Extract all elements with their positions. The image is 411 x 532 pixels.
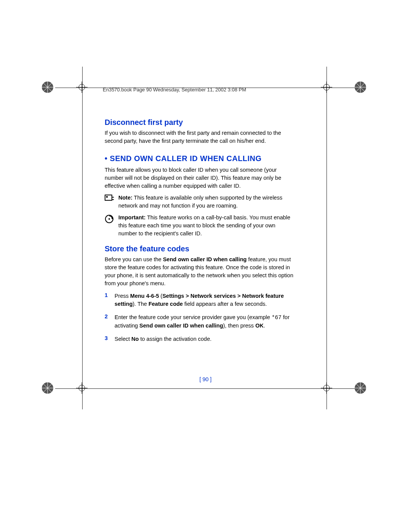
note-body: This feature is available only when supp… (118, 195, 282, 209)
crosshair-icon (321, 81, 332, 93)
svg-point-38 (108, 218, 110, 220)
svg-rect-32 (105, 195, 112, 200)
step-item: 3 Select No to assign the activation cod… (105, 335, 295, 343)
steps-list: 1 Press Menu 4-6-5 (Settings > Network s… (105, 292, 295, 343)
step-number: 2 (105, 313, 115, 330)
crop-mark-icon (41, 382, 54, 395)
important-text: Important: This feature works on a call-… (118, 214, 295, 238)
important-label: Important: (118, 214, 146, 220)
text-fragment: Before you can use the (105, 256, 163, 262)
text-fragment: Enter the feature code your service prov… (115, 314, 272, 320)
text-fragment: ), then press (223, 323, 255, 329)
text-fragment-bold: No (131, 336, 139, 342)
text-fragment-bold: Menu 4-6-5 (130, 293, 159, 299)
step-item: 1 Press Menu 4-6-5 (Settings > Network s… (105, 292, 295, 308)
page-header-text: En3570.book Page 90 Wednesday, September… (103, 87, 246, 93)
text-fragment: Press (115, 293, 130, 299)
section-heading-store-feature-codes: Store the feature codes (105, 244, 295, 253)
svg-rect-35 (106, 196, 108, 198)
body-paragraph: Before you can use the Send own caller I… (105, 256, 295, 288)
crosshair-icon (76, 81, 88, 93)
body-paragraph: This feature allows you to block caller … (105, 166, 295, 190)
text-fragment: to assign the activation code. (139, 336, 212, 342)
important-block: Important: This feature works on a call-… (105, 214, 295, 238)
crop-line-left (82, 67, 83, 409)
step-text: Select No to assign the activation code. (115, 335, 212, 343)
step-text: Press Menu 4-6-5 (Settings > Network ser… (115, 292, 295, 308)
text-fragment: field appears after a few seconds. (183, 301, 267, 307)
text-fragment-bold: Feature code (148, 301, 183, 307)
text-fragment: ). The (133, 301, 149, 307)
text-fragment: . (264, 323, 265, 329)
section-heading-send-own-caller-id: • SEND OWN CALLER ID WHEN CALLING (105, 154, 295, 163)
crosshair-icon (76, 382, 88, 394)
text-fragment-bold: Send own caller ID when calling (139, 323, 223, 329)
step-item: 2 Enter the feature code your service pr… (105, 313, 295, 330)
crop-line-bottom (55, 388, 356, 389)
section-heading-disconnect: Disconnect first party (105, 118, 295, 127)
text-fragment: ( (159, 293, 162, 299)
body-paragraph: If you wish to disconnect with the first… (105, 129, 295, 145)
page-number: [ 90 ] (0, 376, 411, 382)
step-text: Enter the feature code your service prov… (115, 313, 295, 330)
note-text: Note: This feature is available only whe… (118, 194, 295, 210)
step-number: 3 (105, 335, 115, 343)
crop-line-right (327, 67, 327, 409)
crop-mark-icon (41, 81, 54, 94)
crop-mark-icon (354, 382, 367, 395)
page-content: Disconnect first party If you wish to di… (105, 118, 295, 348)
note-icon (105, 194, 118, 210)
text-fragment-bold: Send own caller ID when calling (163, 256, 247, 262)
crop-mark-icon (354, 81, 367, 94)
text-fragment-code: *67 (272, 315, 282, 321)
text-fragment-bold: OK (255, 323, 264, 329)
text-fragment: Select (115, 336, 131, 342)
crosshair-icon (321, 382, 332, 394)
note-block: Note: This feature is available only whe… (105, 194, 295, 210)
important-icon (105, 214, 118, 238)
step-number: 1 (105, 292, 115, 308)
note-label: Note: (118, 195, 132, 201)
